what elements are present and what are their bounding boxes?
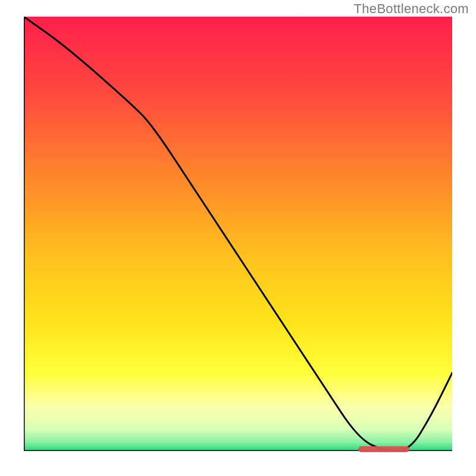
optimal-range-marker xyxy=(358,446,409,452)
gradient-background xyxy=(24,17,452,451)
attribution-text: TheBottleneck.com xyxy=(354,1,469,17)
svg-rect-0 xyxy=(24,17,452,451)
chart-container: TheBottleneck.com xyxy=(0,0,476,476)
plot-area xyxy=(24,17,452,451)
